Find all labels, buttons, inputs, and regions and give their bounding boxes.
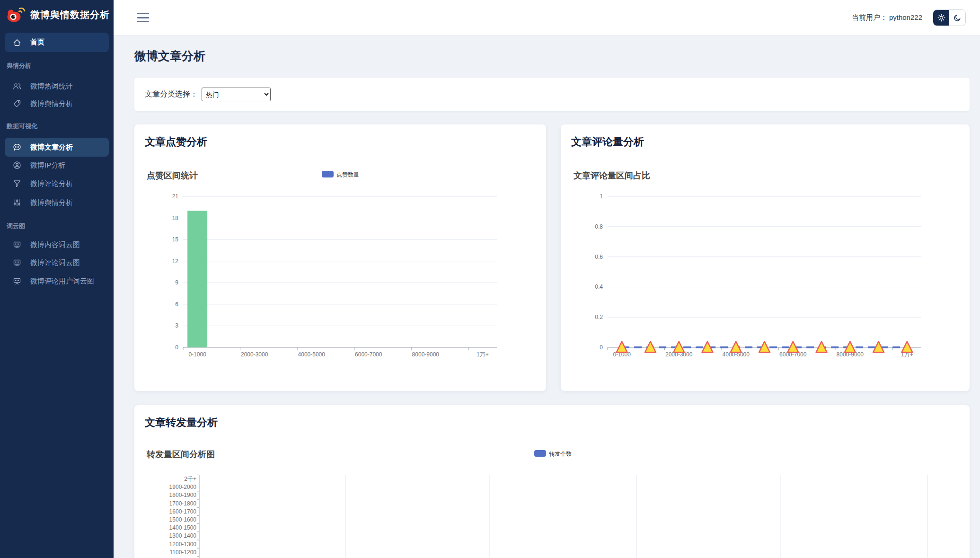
board-icon <box>13 240 21 249</box>
sidebar-item-comment-analysis[interactable]: 微博评论分析 <box>5 175 109 193</box>
chart-title: 转发量区间分析图 <box>146 450 215 459</box>
sidebar: 微博舆情数据分析 首页 舆情分析 微博热词统计 微博舆情分析 数据可视化 微博文… <box>0 0 114 558</box>
sidebar-item-sentiment-analysis[interactable]: 微博舆情分析 <box>5 95 109 113</box>
svg-text:1500-1600: 1500-1600 <box>169 516 197 523</box>
svg-text:点赞数量: 点赞数量 <box>336 171 359 178</box>
sidebar-item-comment-wordcloud[interactable]: 微博评论词云图 <box>5 254 109 272</box>
current-user-label: 当前用户： <box>852 13 887 22</box>
chart-title: 文章评论量区间占比 <box>573 171 650 180</box>
sidebar-section-sentiment: 舆情分析 <box>7 62 31 70</box>
svg-text:3: 3 <box>175 322 178 329</box>
theme-toggle <box>933 9 966 26</box>
current-user-name: python222 <box>889 13 922 22</box>
board-icon <box>13 258 21 267</box>
svg-text:21: 21 <box>172 193 179 200</box>
sidebar-item-label: 微博舆情分析 <box>30 198 73 207</box>
svg-text:0.6: 0.6 <box>595 254 603 260</box>
board-icon <box>13 277 21 285</box>
sidebar-item-label: 微博评论用户词云图 <box>30 277 94 286</box>
home-icon <box>13 38 21 47</box>
sidebar-item-hotwords[interactable]: 微博热词统计 <box>5 77 109 95</box>
category-select[interactable]: 热门 <box>202 88 271 101</box>
sidebar-item-sentiment-viz[interactable]: 微博舆情分析 <box>5 194 109 212</box>
comments-line-chart: 文章评论量区间占比00.20.40.60.810-10002000-300040… <box>561 153 970 390</box>
dark-mode-button[interactable] <box>949 10 965 26</box>
likes-bar-chart: 点赞区间统计点赞数量0369121518210-10002000-3000400… <box>134 153 546 390</box>
svg-text:1万+: 1万+ <box>477 351 489 358</box>
comments-card-title: 文章评论量分析 <box>571 135 644 149</box>
comments-analysis-card: 文章评论量分析 文章评论量区间占比00.20.40.60.810-1000200… <box>561 124 970 391</box>
reposts-analysis-card: 文章转发量分析 转发量区间分析图转发个数2千+1900-20001800-190… <box>134 405 970 558</box>
reposts-card-title: 文章转发量分析 <box>145 416 218 430</box>
sidebar-section-wordcloud: 词云图 <box>7 222 25 230</box>
svg-text:12: 12 <box>172 258 179 265</box>
sidebar-item-home[interactable]: 首页 <box>5 33 109 52</box>
svg-text:2000-3000: 2000-3000 <box>241 351 268 358</box>
light-mode-button[interactable] <box>933 10 949 26</box>
svg-text:1200-1300: 1200-1300 <box>169 541 197 548</box>
sidebar-item-label: 微博IP分析 <box>30 161 65 170</box>
sidebar-item-article-analysis[interactable]: 微博文章分析 <box>5 138 109 157</box>
sidebar-item-label: 首页 <box>30 38 44 47</box>
sidebar-item-label: 微博舆情分析 <box>30 99 73 108</box>
sliders-icon <box>13 198 21 207</box>
svg-text:18: 18 <box>172 215 179 221</box>
svg-text:2千+: 2千+ <box>184 476 196 482</box>
filter-card: 文章分类选择： 热门 <box>134 78 970 111</box>
topbar: 当前用户： python222 <box>114 0 980 35</box>
sidebar-item-label: 微博热词统计 <box>30 82 73 91</box>
sidebar-item-ip-analysis[interactable]: 微博IP分析 <box>5 156 109 174</box>
svg-text:转发个数: 转发个数 <box>549 451 572 457</box>
funnel-icon <box>13 179 21 188</box>
sidebar-section-visualization: 数据可视化 <box>7 122 37 131</box>
chart-legend-item[interactable]: 转发个数 <box>534 450 572 457</box>
triangle-marker <box>901 342 912 353</box>
category-select-label: 文章分类选择： <box>145 89 198 99</box>
svg-text:9: 9 <box>175 279 178 286</box>
svg-text:8000-9000: 8000-9000 <box>412 351 440 358</box>
weibo-logo-icon <box>7 7 26 23</box>
chat-bubble-icon <box>13 143 21 151</box>
tag-icon <box>13 99 21 108</box>
topbar-right: 当前用户： python222 <box>852 9 966 26</box>
sidebar-item-label: 微博评论分析 <box>30 179 73 188</box>
sidebar-item-comment-user-wordcloud[interactable]: 微博评论用户词云图 <box>5 272 109 290</box>
moon-icon <box>954 14 962 22</box>
menu-toggle-button[interactable] <box>137 13 150 22</box>
weibo-analysis-dashboard: { "app": { "logo_title": "微博舆情数据分析", "to… <box>0 0 980 558</box>
page-title: 微博文章分析 <box>134 48 205 64</box>
sidebar-item-label: 微博评论词云图 <box>30 258 80 267</box>
svg-text:1: 1 <box>600 193 603 200</box>
svg-text:0: 0 <box>600 344 603 351</box>
likes-analysis-card: 文章点赞分析 点赞区间统计点赞数量0369121518210-10002000-… <box>134 124 546 391</box>
chart-title: 点赞区间统计 <box>147 171 198 180</box>
svg-text:0.8: 0.8 <box>595 223 603 230</box>
svg-text:15: 15 <box>172 236 179 243</box>
svg-text:0-1000: 0-1000 <box>188 351 206 358</box>
sidebar-item-label: 微博内容词云图 <box>30 240 80 249</box>
app-title: 微博舆情数据分析 <box>30 9 110 21</box>
user-circle-icon <box>13 161 21 169</box>
current-user: 当前用户： python222 <box>852 13 922 22</box>
svg-text:0: 0 <box>175 344 178 351</box>
svg-text:1700-1800: 1700-1800 <box>169 500 197 507</box>
sidebar-item-label: 微博文章分析 <box>30 143 73 152</box>
svg-text:0.2: 0.2 <box>595 314 603 320</box>
svg-text:6000-7000: 6000-7000 <box>355 351 382 358</box>
svg-text:1300-1400: 1300-1400 <box>169 532 197 539</box>
svg-text:1600-1700: 1600-1700 <box>169 508 197 515</box>
svg-text:1100-1200: 1100-1200 <box>170 549 197 556</box>
svg-text:1800-1900: 1800-1900 <box>169 492 197 498</box>
bar-0-1000 <box>187 211 207 347</box>
chart-legend-item[interactable]: 点赞数量 <box>322 171 359 178</box>
app-logo: 微博舆情数据分析 <box>7 7 110 23</box>
reposts-hbar-chart: 转发量区间分析图转发个数2千+1900-20001800-19001700-18… <box>134 448 970 558</box>
svg-text:4000-5000: 4000-5000 <box>298 351 326 358</box>
likes-card-title: 文章点赞分析 <box>145 135 207 149</box>
svg-text:1900-2000: 1900-2000 <box>169 484 197 490</box>
sidebar-item-content-wordcloud[interactable]: 微博内容词云图 <box>5 236 109 254</box>
svg-text:1400-1500: 1400-1500 <box>169 524 197 531</box>
sun-icon <box>937 14 945 22</box>
svg-text:6: 6 <box>175 301 178 308</box>
svg-text:0.4: 0.4 <box>595 283 603 290</box>
